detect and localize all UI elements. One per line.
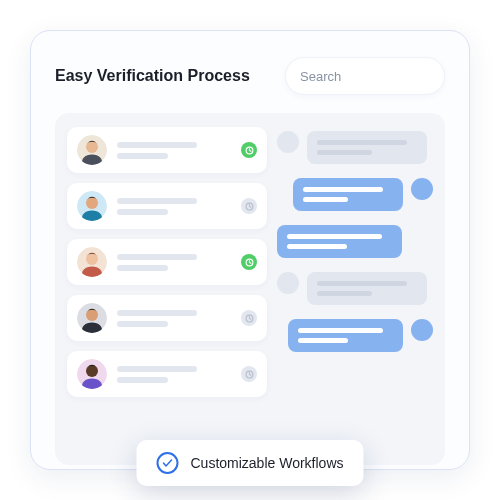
contact-text [117, 254, 231, 271]
avatar [77, 247, 107, 277]
content-area [55, 113, 445, 465]
chat-bubble [307, 272, 427, 305]
chat-bubble [307, 131, 427, 164]
contact-row[interactable] [67, 239, 267, 285]
contact-text [117, 366, 231, 383]
svg-point-9 [86, 253, 98, 265]
chat-pane [277, 127, 433, 451]
chat-message [277, 178, 433, 211]
svg-point-15 [86, 365, 98, 377]
avatar [77, 191, 107, 221]
toast: Customizable Workflows [136, 440, 363, 486]
contact-row[interactable] [67, 295, 267, 341]
search-input[interactable] [300, 69, 468, 84]
chat-message [277, 272, 433, 305]
contact-text [117, 142, 231, 159]
app-card: Easy Verification Process [30, 30, 470, 470]
svg-point-12 [86, 309, 98, 321]
status-badge [241, 254, 257, 270]
avatar [77, 135, 107, 165]
contact-list [67, 127, 267, 451]
page-title: Easy Verification Process [55, 67, 250, 85]
chat-message [277, 225, 433, 258]
chat-bubble [288, 319, 403, 352]
search-box[interactable] [285, 57, 445, 95]
contact-text [117, 198, 231, 215]
avatar [77, 303, 107, 333]
svg-point-3 [86, 141, 98, 153]
status-badge [241, 142, 257, 158]
contact-row[interactable] [67, 183, 267, 229]
contact-row[interactable] [67, 351, 267, 397]
avatar [77, 359, 107, 389]
chat-bubble [293, 178, 403, 211]
chat-avatar [411, 178, 433, 200]
check-circle-icon [156, 452, 178, 474]
chat-avatar [411, 319, 433, 341]
contact-row[interactable] [67, 127, 267, 173]
chat-avatar [277, 272, 299, 294]
header: Easy Verification Process [55, 57, 445, 95]
chat-message [277, 319, 433, 352]
status-badge [241, 310, 257, 326]
status-badge [241, 366, 257, 382]
chat-bubble [277, 225, 402, 258]
toast-label: Customizable Workflows [190, 455, 343, 471]
chat-avatar [277, 131, 299, 153]
svg-point-6 [86, 197, 98, 209]
chat-message [277, 131, 433, 164]
contact-text [117, 310, 231, 327]
status-badge [241, 198, 257, 214]
